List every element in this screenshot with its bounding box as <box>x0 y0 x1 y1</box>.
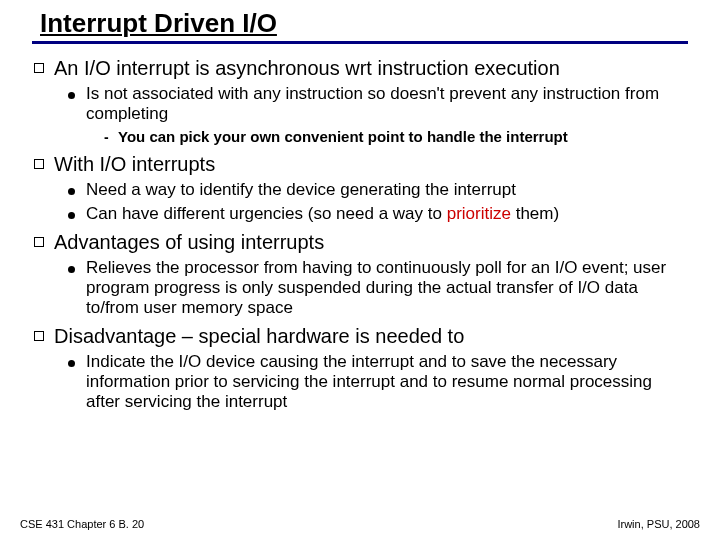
slide: Interrupt Driven I/O An I/O interrupt is… <box>0 0 720 540</box>
point-3-text: Advantages of using interrupts <box>54 230 324 254</box>
point-4-sub-1: Indicate the I/O device causing the inte… <box>68 352 690 412</box>
dash-bullet-icon: - <box>104 128 118 146</box>
footer: CSE 431 Chapter 6 B. 20 Irwin, PSU, 2008 <box>20 518 700 530</box>
disc-bullet-icon <box>68 180 86 200</box>
point-1-text: An I/O interrupt is asynchronous wrt ins… <box>54 56 560 80</box>
disc-bullet-icon <box>68 84 86 104</box>
square-bullet-icon <box>34 324 54 346</box>
point-4: Disadvantage – special hardware is neede… <box>34 324 690 348</box>
square-bullet-icon <box>34 56 54 78</box>
point-3: Advantages of using interrupts <box>34 230 690 254</box>
point-4-text: Disadvantage – special hardware is neede… <box>54 324 464 348</box>
point-3-sub-1-text: Relieves the processor from having to co… <box>86 258 690 318</box>
point-1-sub-1-a: - You can pick your own convenient point… <box>104 128 690 146</box>
point-2-sub-2: Can have different urgencies (so need a … <box>68 204 690 224</box>
point-2-sub-1: Need a way to identify the device genera… <box>68 180 690 200</box>
footer-right: Irwin, PSU, 2008 <box>617 518 700 530</box>
disc-bullet-icon <box>68 258 86 278</box>
point-2-sub-1-text: Need a way to identify the device genera… <box>86 180 516 200</box>
point-4-sub-1-text: Indicate the I/O device causing the inte… <box>86 352 690 412</box>
square-bullet-icon <box>34 230 54 252</box>
point-3-sub-1: Relieves the processor from having to co… <box>68 258 690 318</box>
point-1-sub-1: Is not associated with any instruction s… <box>68 84 690 124</box>
point-2-text: With I/O interrupts <box>54 152 215 176</box>
square-bullet-icon <box>34 152 54 174</box>
disc-bullet-icon <box>68 352 86 372</box>
point-1-sub-1-a-text: You can pick your own convenient point t… <box>118 128 568 146</box>
point-1-sub-1-text: Is not associated with any instruction s… <box>86 84 690 124</box>
title-underline: Interrupt Driven I/O <box>32 8 688 44</box>
point-2: With I/O interrupts <box>34 152 690 176</box>
point-1: An I/O interrupt is asynchronous wrt ins… <box>34 56 690 80</box>
slide-title: Interrupt Driven I/O <box>32 8 688 39</box>
disc-bullet-icon <box>68 204 86 224</box>
footer-left: CSE 431 Chapter 6 B. 20 <box>20 518 144 530</box>
slide-body: An I/O interrupt is asynchronous wrt ins… <box>34 50 690 414</box>
point-2-sub-2-text: Can have different urgencies (so need a … <box>86 204 559 224</box>
